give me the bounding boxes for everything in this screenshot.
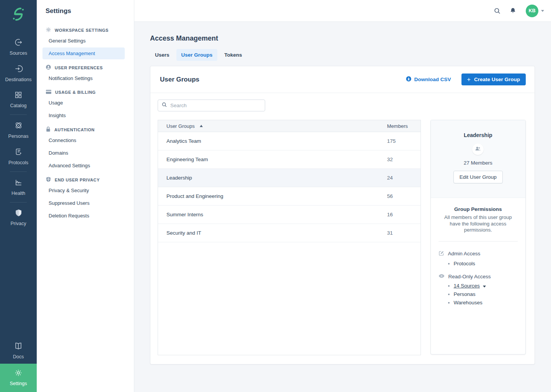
sidebar-item-privacy[interactable]: Privacy bbox=[0, 204, 37, 230]
tab-user-groups[interactable]: User Groups bbox=[176, 49, 218, 61]
page-title: Settings bbox=[37, 0, 134, 15]
section-user-preferences: USER PREFERENCES Notification Settings bbox=[37, 64, 134, 84]
sidebar-item-label: Privacy bbox=[11, 221, 26, 226]
member-count: 24 bbox=[387, 175, 414, 181]
sidebar-item-settings[interactable]: Settings bbox=[0, 364, 37, 392]
table-row[interactable]: Analytics Team 175 bbox=[158, 132, 421, 150]
sidebar-divider bbox=[10, 172, 27, 172]
tab-tokens[interactable]: Tokens bbox=[219, 49, 247, 61]
sidebar-item-catalog[interactable]: Catalog bbox=[0, 87, 37, 113]
search-icon[interactable] bbox=[494, 7, 501, 15]
list-item: Protocols bbox=[454, 261, 518, 266]
section-header-label: USAGE & BILLING bbox=[55, 90, 96, 95]
sources-icon bbox=[14, 38, 23, 48]
column-user-groups[interactable]: User Groups bbox=[166, 123, 387, 129]
shield-icon bbox=[46, 176, 51, 183]
plus-icon: + bbox=[467, 77, 471, 83]
group-permissions-section: Group Permissions All members of this us… bbox=[431, 198, 525, 305]
sort-asc-icon bbox=[200, 125, 203, 127]
chevron-down-icon bbox=[541, 10, 544, 12]
chevron-down-icon[interactable] bbox=[483, 286, 486, 287]
read-only-access-group: Read-Only Access bbox=[439, 274, 518, 279]
protocols-icon bbox=[14, 147, 23, 157]
group-name: Leadership bbox=[166, 175, 387, 181]
user-menu[interactable]: KB bbox=[526, 5, 544, 17]
sidebar-item-usage[interactable]: Usage bbox=[42, 97, 125, 109]
member-count: 31 bbox=[387, 230, 414, 236]
table-row[interactable]: Security and IT 31 bbox=[158, 224, 421, 242]
list-item-sources: 14 Sources bbox=[454, 283, 518, 289]
top-header: KB bbox=[134, 0, 551, 22]
download-csv-button[interactable]: Download CSV bbox=[406, 76, 451, 83]
group-name: Product and Engineering bbox=[166, 193, 387, 199]
sidebar-item-access-management[interactable]: Access Management bbox=[42, 47, 125, 59]
search-box[interactable] bbox=[158, 100, 265, 111]
main-area: KB Access Management Users User Groups T… bbox=[134, 0, 551, 392]
card-title: User Groups bbox=[160, 76, 406, 83]
people-icon bbox=[475, 146, 481, 153]
table-row[interactable]: Summer Interns 16 bbox=[158, 206, 421, 224]
sidebar-divider bbox=[10, 202, 27, 203]
sidebar-item-label: Protocols bbox=[8, 160, 28, 165]
search-icon bbox=[161, 102, 167, 109]
settings-sidebar: Settings WORKSPACE SETTINGS General Sett… bbox=[37, 0, 134, 392]
sidebar-item-docs[interactable]: Docs bbox=[0, 337, 37, 364]
sidebar-item-health[interactable]: Health bbox=[0, 174, 37, 200]
sidebar-item-label: Sources bbox=[10, 51, 27, 56]
member-count: 56 bbox=[387, 193, 414, 199]
sidebar-item-destinations[interactable]: Destinations bbox=[0, 60, 37, 87]
sidebar-item-privacy-security[interactable]: Privacy & Security bbox=[42, 185, 125, 196]
column-label: User Groups bbox=[166, 123, 195, 129]
sidebar-item-label: Docs bbox=[13, 354, 24, 359]
section-authentication: AUTHENTICATION Connections Domains Advan… bbox=[37, 126, 134, 172]
sidebar-item-insights[interactable]: Insights bbox=[42, 109, 125, 121]
section-header-label: END USER PRIVACY bbox=[55, 178, 100, 182]
admin-access-label: Admin Access bbox=[448, 251, 481, 256]
sidebar-item-sources[interactable]: Sources bbox=[0, 34, 37, 60]
section-header: USAGE & BILLING bbox=[37, 89, 134, 97]
user-groups-card: User Groups Download CSV + Create User G… bbox=[150, 66, 535, 364]
section-header: AUTHENTICATION bbox=[37, 126, 134, 134]
section-header: USER PREFERENCES bbox=[37, 64, 134, 72]
read-only-access-list: 14 Sources Personas Warehouses bbox=[454, 283, 518, 305]
sidebar-item-general-settings[interactable]: General Settings bbox=[42, 35, 125, 47]
personas-icon bbox=[14, 121, 23, 131]
sources-count-link[interactable]: 14 Sources bbox=[454, 283, 480, 289]
sidebar-item-protocols[interactable]: Protocols bbox=[0, 143, 37, 170]
user-icon bbox=[46, 64, 51, 71]
tab-users[interactable]: Users bbox=[150, 49, 174, 61]
section-usage-billing: USAGE & BILLING Usage Insights bbox=[37, 89, 134, 121]
sidebar-item-connections[interactable]: Connections bbox=[42, 134, 125, 146]
card-header: User Groups Download CSV + Create User G… bbox=[150, 66, 535, 93]
sidebar-item-label: Personas bbox=[8, 134, 29, 139]
content-area: Access Management Users User Groups Toke… bbox=[134, 22, 551, 392]
table-row-selected[interactable]: Leadership 24 bbox=[158, 169, 421, 187]
sidebar-item-label: Catalog bbox=[10, 103, 26, 108]
group-name: Engineering Team bbox=[166, 157, 387, 162]
avatar[interactable]: KB bbox=[526, 5, 538, 17]
read-only-access-label: Read-Only Access bbox=[448, 274, 491, 279]
sidebar-item-advanced-settings[interactable]: Advanced Settings bbox=[42, 160, 125, 172]
sidebar-item-personas[interactable]: Personas bbox=[0, 117, 37, 143]
table-row[interactable]: Engineering Team 32 bbox=[158, 150, 421, 169]
sidebar-item-deletion-requests[interactable]: Deletion Requests bbox=[42, 210, 125, 222]
detail-member-count: 27 Members bbox=[431, 160, 525, 166]
sidebar-item-suppressed-users[interactable]: Suppressed Users bbox=[42, 197, 125, 209]
member-count: 32 bbox=[387, 157, 414, 162]
sidebar-item-label: Settings bbox=[10, 381, 27, 386]
download-csv-label: Download CSV bbox=[414, 77, 451, 82]
sidebar-item-notification-settings[interactable]: Notification Settings bbox=[42, 72, 125, 84]
primary-sidebar: Sources Destinations Catalog Personas bbox=[0, 0, 37, 392]
section-workspace-settings: WORKSPACE SETTINGS General Settings Acce… bbox=[37, 27, 134, 59]
table-row[interactable]: Product and Engineering 56 bbox=[158, 187, 421, 206]
admin-access-list: Protocols bbox=[454, 261, 518, 266]
column-members[interactable]: Members bbox=[387, 123, 414, 129]
sidebar-item-domains[interactable]: Domains bbox=[42, 147, 125, 159]
create-user-group-button[interactable]: + Create User Group bbox=[461, 74, 526, 85]
lock-icon bbox=[46, 126, 51, 133]
edit-user-group-button[interactable]: Edit User Group bbox=[453, 171, 503, 183]
segment-logo-icon[interactable] bbox=[10, 6, 26, 24]
docs-icon bbox=[14, 341, 23, 351]
notifications-bell-icon[interactable] bbox=[509, 7, 517, 15]
search-input[interactable] bbox=[170, 103, 261, 108]
